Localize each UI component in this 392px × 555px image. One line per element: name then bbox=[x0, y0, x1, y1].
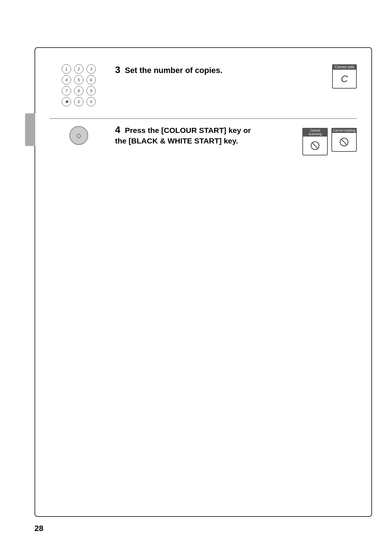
cancel-buttons-area: Cancel scanning Cancel copying bbox=[302, 128, 357, 155]
step4-text: Press the [COLOUR START] key or the [BLA… bbox=[115, 126, 251, 145]
key-7: 7 bbox=[62, 86, 71, 96]
key-3: 3 bbox=[86, 64, 96, 74]
key-6: 6 bbox=[86, 75, 96, 85]
keypad-illustration: 1 2 3 4 5 6 7 8 9 ✱ 0 # bbox=[50, 62, 108, 106]
cancel-copying-label: Cancel copying bbox=[331, 128, 357, 133]
key-4: 4 bbox=[62, 75, 71, 85]
step4-line1: Press the [COLOUR START] key or bbox=[125, 126, 251, 134]
key-8: 8 bbox=[74, 86, 83, 96]
cancel-scanning-label: Cancel scanning bbox=[302, 128, 328, 137]
page: 1 2 3 4 5 6 7 8 9 ✱ 0 # bbox=[0, 0, 392, 555]
correct-sets-button[interactable]: C bbox=[332, 70, 357, 89]
svg-line-3 bbox=[342, 139, 347, 145]
key-star: ✱ bbox=[62, 97, 71, 106]
cancel-copying-icon bbox=[339, 137, 349, 147]
key-2: 2 bbox=[74, 64, 83, 74]
key-0: 0 bbox=[74, 97, 83, 106]
step3-title: Set the number of copies. bbox=[125, 66, 222, 75]
step3-content: 3 Set the number of copies. Correct sets… bbox=[108, 62, 357, 89]
cancel-copying-widget: Cancel copying bbox=[331, 128, 357, 155]
keypad-row-2: 4 5 6 bbox=[62, 75, 96, 85]
step3-section: 1 2 3 4 5 6 7 8 9 ✱ 0 # bbox=[50, 62, 357, 119]
key-9: 9 bbox=[86, 86, 96, 96]
cancel-scanning-widget: Cancel scanning bbox=[302, 128, 328, 155]
correct-sets-widget: Correct sets C bbox=[332, 64, 357, 89]
step3-heading: 3 Set the number of copies. bbox=[115, 64, 222, 76]
start-key-symbol: ◇ bbox=[76, 131, 81, 139]
step4-number: 4 bbox=[115, 124, 120, 135]
step4-line2: the [BLACK & WHITE START] key. bbox=[115, 137, 238, 145]
correct-sets-symbol: C bbox=[341, 73, 348, 85]
main-content-box: 1 2 3 4 5 6 7 8 9 ✱ 0 # bbox=[34, 47, 372, 517]
cancel-copying-button[interactable] bbox=[331, 133, 357, 152]
page-number: 28 bbox=[34, 524, 43, 533]
keypad-row-4: ✱ 0 # bbox=[62, 97, 96, 106]
keypad-row-3: 7 8 9 bbox=[62, 86, 96, 96]
key-5: 5 bbox=[74, 75, 83, 85]
step4-heading-area: 4 Press the [COLOUR START] key or the [B… bbox=[115, 124, 251, 146]
step3-number: 3 bbox=[115, 64, 120, 75]
correct-sets-label: Correct sets bbox=[332, 64, 357, 70]
step4-content: 4 Press the [COLOUR START] key or the [B… bbox=[108, 121, 357, 155]
step4-section: ◇ 4 Press the [COLOUR START] key or the … bbox=[50, 121, 357, 184]
key-1: 1 bbox=[62, 64, 71, 74]
svg-line-1 bbox=[313, 143, 318, 148]
start-key-area: ◇ bbox=[50, 121, 108, 145]
side-tab bbox=[25, 113, 35, 146]
cancel-scanning-icon bbox=[310, 141, 320, 150]
keypad-row-1: 1 2 3 bbox=[62, 64, 96, 74]
start-key-icon: ◇ bbox=[69, 126, 88, 145]
cancel-scanning-button[interactable] bbox=[302, 137, 328, 155]
key-hash: # bbox=[86, 97, 96, 106]
